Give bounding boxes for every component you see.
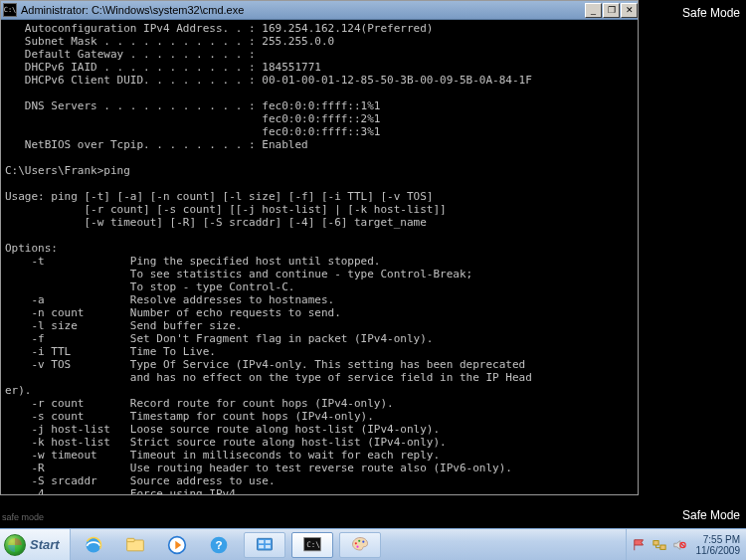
clock-time: 7:55 PM	[696, 534, 741, 545]
ie-icon[interactable]	[75, 532, 112, 558]
svg-rect-12	[265, 545, 270, 548]
media-player-icon[interactable]	[158, 532, 196, 558]
cmd-title: Administrator: C:\Windows\system32\cmd.e…	[21, 4, 584, 16]
svg-line-24	[680, 543, 684, 547]
task-paint[interactable]	[339, 532, 381, 558]
cmd-output[interactable]: Autoconfiguration IPv4 Address. . : 169.…	[1, 20, 638, 494]
running-tasks: C:\	[242, 532, 381, 558]
svg-rect-9	[259, 540, 264, 543]
clock[interactable]: 7:55 PM 11/6/2009	[696, 534, 741, 556]
maximize-button[interactable]: ❐	[603, 3, 620, 18]
svg-text:?: ?	[215, 538, 222, 551]
system-tray: 7:55 PM 11/6/2009	[626, 529, 747, 561]
svg-rect-3	[126, 538, 134, 541]
svg-rect-11	[259, 545, 264, 548]
tray-volume-icon[interactable]	[672, 538, 686, 552]
start-label: Start	[30, 537, 60, 552]
desktop: Safe Mode Safe Mode safe mode C:\ Admini…	[0, 0, 746, 560]
cmd-titlebar[interactable]: C:\ Administrator: C:\Windows\system32\c…	[1, 1, 638, 20]
svg-point-18	[356, 545, 358, 547]
svg-rect-21	[659, 545, 664, 549]
svg-rect-10	[265, 540, 270, 543]
close-button[interactable]: ✕	[621, 3, 638, 18]
task-cmd[interactable]: C:\	[291, 532, 333, 558]
explorer-icon[interactable]	[116, 532, 154, 558]
start-button[interactable]: Start	[0, 529, 71, 561]
cmd-icon: C:\	[3, 3, 17, 17]
safe-mode-label-top: Safe Mode	[682, 6, 740, 20]
svg-point-17	[362, 540, 364, 542]
help-icon[interactable]: ?	[200, 532, 238, 558]
safe-mode-label-bottom: Safe Mode	[682, 508, 740, 522]
quick-launch: ?	[75, 532, 238, 558]
safe-mode-label-bl: safe mode	[2, 512, 44, 522]
tray-network-icon[interactable]	[653, 538, 666, 552]
svg-rect-20	[653, 540, 657, 544]
clock-date: 11/6/2009	[696, 545, 741, 556]
task-control-panel[interactable]	[244, 532, 285, 558]
svg-marker-22	[673, 540, 679, 549]
svg-text:C:\: C:\	[306, 539, 320, 548]
cmd-window[interactable]: C:\ Administrator: C:\Windows\system32\c…	[0, 0, 639, 495]
tray-flag-icon[interactable]	[633, 538, 647, 552]
svg-point-16	[358, 539, 360, 541]
minimize-button[interactable]: _	[585, 3, 602, 18]
svg-point-15	[354, 542, 356, 544]
taskbar: Start ? C:\	[0, 528, 746, 560]
windows-orb-icon	[4, 534, 26, 556]
